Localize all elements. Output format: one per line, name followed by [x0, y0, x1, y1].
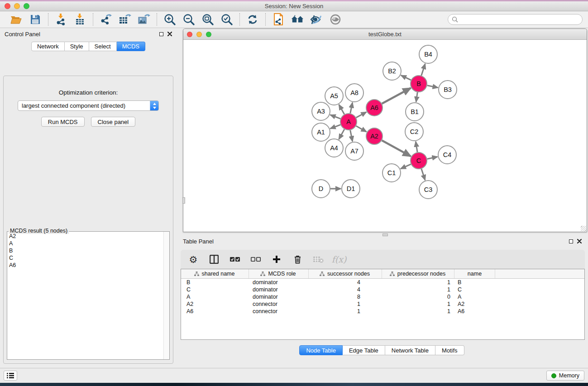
edge-C-C3[interactable]: [421, 169, 425, 180]
open-file-icon[interactable]: [10, 13, 23, 26]
table-row[interactable]: Bdominator41B: [181, 279, 584, 286]
zoom-out-icon[interactable]: [182, 13, 195, 26]
edge-A-A6[interactable]: [356, 112, 367, 118]
tab-mcds[interactable]: MCDS: [117, 42, 145, 51]
graph-node-D[interactable]: D: [312, 180, 330, 198]
tab-style[interactable]: Style: [65, 42, 89, 51]
table-row[interactable]: Adominator80A: [181, 293, 584, 300]
function-builder-icon[interactable]: f(x): [334, 254, 344, 265]
hide-details-icon[interactable]: [310, 13, 323, 26]
export-network-icon[interactable]: [100, 13, 112, 26]
edge-A-A4[interactable]: [339, 129, 344, 139]
run-mcds-button[interactable]: Run MCDS: [41, 117, 85, 127]
import-network-icon[interactable]: [55, 13, 67, 26]
edge-A-A3[interactable]: [330, 115, 341, 119]
split-handle-left[interactable]: [182, 197, 185, 204]
mcds-result-item[interactable]: C: [9, 254, 163, 262]
mcds-result-item[interactable]: A: [9, 240, 163, 247]
save-session-icon[interactable]: [29, 13, 42, 26]
column-header-predecessor-nodes[interactable]: predecessor nodes: [382, 269, 454, 278]
table-tab-edge-table[interactable]: Edge Table: [343, 345, 385, 355]
graph-node-A5[interactable]: A5: [325, 87, 343, 105]
edge-A6-B[interactable]: [382, 88, 411, 104]
edge-B-B2[interactable]: [401, 75, 411, 80]
graph-node-A7[interactable]: A7: [345, 142, 363, 160]
close-panel-icon[interactable]: [167, 32, 172, 36]
zoom-in-icon[interactable]: [163, 13, 176, 26]
table-row[interactable]: A6connector11A6: [181, 308, 584, 315]
edge-A-A1[interactable]: [330, 125, 341, 129]
edge-B-B1[interactable]: [416, 92, 417, 102]
show-graphics-icon[interactable]: [329, 13, 342, 26]
delete-column-icon[interactable]: [292, 254, 303, 265]
graph-node-C4[interactable]: C4: [438, 146, 456, 164]
column-header-MCDS-role[interactable]: MCDS role: [249, 269, 309, 278]
edge-C-C2[interactable]: [416, 142, 417, 152]
close-table-panel-icon[interactable]: [577, 239, 582, 243]
window-resize-grip[interactable]: [581, 226, 586, 231]
column-header-successor-nodes[interactable]: successor nodes: [309, 269, 382, 278]
add-column-icon[interactable]: [271, 254, 282, 265]
mcds-result-item[interactable]: A6: [9, 262, 163, 269]
graph-node-C1[interactable]: C1: [382, 164, 401, 182]
graph-node-B2[interactable]: B2: [383, 62, 401, 80]
deselect-all-icon[interactable]: [250, 254, 261, 265]
graph-node-B3[interactable]: B3: [439, 81, 457, 99]
graph-node-A1[interactable]: A1: [312, 123, 330, 141]
graph-node-C[interactable]: C: [411, 152, 427, 169]
edge-C-C4[interactable]: [427, 157, 438, 159]
refresh-view-icon[interactable]: [246, 13, 259, 26]
tab-network[interactable]: Network: [31, 42, 65, 51]
search-field[interactable]: [448, 14, 583, 25]
graph-node-A3[interactable]: A3: [312, 102, 330, 120]
column-header-shared-name[interactable]: shared name: [181, 269, 249, 278]
table-tab-node-table[interactable]: Node Table: [299, 345, 343, 355]
select-all-icon[interactable]: [229, 254, 240, 265]
graph-node-C2[interactable]: C2: [405, 123, 423, 141]
table-row[interactable]: A2connector11A2: [181, 300, 584, 308]
clone-network-icon[interactable]: [272, 13, 285, 26]
task-history-button[interactable]: [4, 371, 17, 381]
graph-node-A4[interactable]: A4: [325, 139, 343, 157]
edge-B-B3[interactable]: [427, 86, 438, 88]
delete-table-icon[interactable]: [313, 254, 324, 265]
zoom-fit-icon[interactable]: [201, 13, 214, 26]
home-layout-icon[interactable]: [291, 13, 304, 26]
float-table-panel-icon[interactable]: [569, 239, 573, 243]
column-header-name[interactable]: name: [454, 269, 495, 278]
edge-A2-C[interactable]: [382, 140, 411, 156]
graph-node-A8[interactable]: A8: [345, 84, 363, 102]
tab-select[interactable]: Select: [89, 42, 117, 51]
export-image-icon[interactable]: [138, 13, 150, 26]
search-input[interactable]: [460, 16, 578, 23]
table-tab-network-table[interactable]: Network Table: [385, 345, 435, 355]
network-canvas[interactable]: B4B2BB3A8A5A6A3B1AA1C2A2A4A7C4CC1DD1C3: [183, 40, 587, 232]
graph-node-B4[interactable]: B4: [419, 45, 437, 63]
close-panel-button[interactable]: Close panel: [91, 117, 136, 127]
graph-node-D1[interactable]: D1: [342, 180, 360, 198]
edge-B-B4[interactable]: [421, 64, 425, 76]
edge-C-C1[interactable]: [401, 164, 411, 169]
graph-node-A2[interactable]: A2: [366, 128, 382, 144]
graph-node-B[interactable]: B: [411, 76, 427, 92]
zoom-selected-icon[interactable]: [220, 13, 233, 26]
graph-node-B1[interactable]: B1: [406, 103, 424, 121]
edge-A-A2[interactable]: [356, 126, 367, 132]
edge-A-A5[interactable]: [339, 105, 344, 114]
table-row[interactable]: Cdominator41C: [181, 286, 584, 293]
graph-node-C3[interactable]: C3: [419, 181, 437, 199]
result-scrollbar[interactable]: [163, 232, 169, 359]
graph-node-A[interactable]: A: [340, 114, 357, 130]
memory-button[interactable]: Memory: [546, 371, 584, 381]
edge-A-A8[interactable]: [350, 103, 353, 114]
criterion-dropdown[interactable]: largest connected component (directed): [18, 100, 159, 111]
mcds-result-item[interactable]: B: [9, 247, 163, 254]
float-panel-icon[interactable]: [159, 32, 163, 36]
table-tab-motifs[interactable]: Motifs: [435, 345, 464, 355]
edge-A-A7[interactable]: [350, 130, 353, 142]
export-table-icon[interactable]: [119, 13, 131, 26]
graph-node-A6[interactable]: A6: [366, 100, 382, 116]
show-columns-icon[interactable]: [209, 254, 220, 265]
table-settings-icon[interactable]: ⚙: [188, 254, 199, 265]
import-table-icon[interactable]: [74, 13, 86, 26]
